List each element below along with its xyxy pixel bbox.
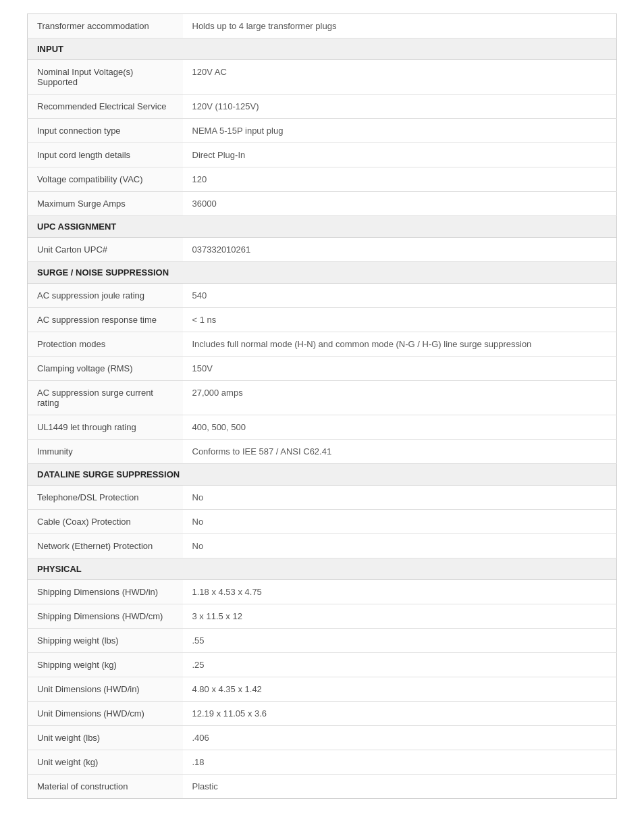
row-value: 1.18 x 4.53 x 4.75 — [183, 580, 617, 604]
row-label: Input cord length details — [28, 143, 183, 167]
row-value: Plastic — [183, 775, 617, 799]
table-row: Input cord length detailsDirect Plug-In — [28, 143, 617, 167]
row-label: AC suppression response time — [28, 308, 183, 332]
row-label: Unit Dimensions (HWD/cm) — [28, 702, 183, 726]
row-label: AC suppression joule rating — [28, 284, 183, 308]
row-label: Maximum Surge Amps — [28, 192, 183, 216]
row-label: AC suppression surge current rating — [28, 381, 183, 415]
section-header-label: UPC ASSIGNMENT — [28, 216, 617, 238]
row-label: Unit weight (kg) — [28, 750, 183, 775]
table-row: Voltage compatibility (VAC)120 — [28, 167, 617, 192]
table-row: Network (Ethernet) ProtectionNo — [28, 534, 617, 558]
row-value: 120V AC — [183, 60, 617, 95]
row-value: No — [183, 534, 617, 558]
row-label: Unit Carton UPC# — [28, 238, 183, 262]
section-header: UPC ASSIGNMENT — [28, 216, 617, 238]
row-label: Recommended Electrical Service — [28, 95, 183, 119]
section-header-label: INPUT — [28, 38, 617, 60]
table-row: AC suppression response time< 1 ns — [28, 308, 617, 332]
table-row: Clamping voltage (RMS)150V — [28, 357, 617, 381]
row-label: Material of construction — [28, 775, 183, 799]
row-label: Protection modes — [28, 332, 183, 357]
table-row: Protection modesIncludes full normal mod… — [28, 332, 617, 357]
table-row: Unit Dimensions (HWD/in)4.80 x 4.35 x 1.… — [28, 677, 617, 702]
row-value: 120V (110-125V) — [183, 95, 617, 119]
table-row: Unit Dimensions (HWD/cm)12.19 x 11.05 x … — [28, 702, 617, 726]
table-row: Unit weight (lbs).406 — [28, 726, 617, 750]
row-value: 150V — [183, 357, 617, 381]
row-value: No — [183, 486, 617, 510]
table-row: Telephone/DSL ProtectionNo — [28, 486, 617, 510]
row-label: Voltage compatibility (VAC) — [28, 167, 183, 192]
table-row: Nominal Input Voltage(s) Supported120V A… — [28, 60, 617, 95]
row-label: Telephone/DSL Protection — [28, 486, 183, 510]
row-value: Includes full normal mode (H-N) and comm… — [183, 332, 617, 357]
section-header-label: PHYSICAL — [28, 558, 617, 580]
row-value: 12.19 x 11.05 x 3.6 — [183, 702, 617, 726]
table-row: Unit weight (kg).18 — [28, 750, 617, 775]
row-label: Shipping weight (lbs) — [28, 629, 183, 653]
row-label: Network (Ethernet) Protection — [28, 534, 183, 558]
table-row: ImmunityConforms to IEE 587 / ANSI C62.4… — [28, 440, 617, 464]
row-value: 3 x 11.5 x 12 — [183, 604, 617, 629]
row-value: < 1 ns — [183, 308, 617, 332]
row-value: 27,000 amps — [183, 381, 617, 415]
row-label: Input connection type — [28, 119, 183, 143]
row-value: 36000 — [183, 192, 617, 216]
row-value: 037332010261 — [183, 238, 617, 262]
row-value: .55 — [183, 629, 617, 653]
section-header-label: SURGE / NOISE SUPPRESSION — [28, 262, 617, 284]
section-header: PHYSICAL — [28, 558, 617, 580]
row-label: Cable (Coax) Protection — [28, 510, 183, 534]
table-row: Shipping Dimensions (HWD/in)1.18 x 4.53 … — [28, 580, 617, 604]
row-value: .18 — [183, 750, 617, 775]
row-label: Shipping Dimensions (HWD/cm) — [28, 604, 183, 629]
table-row: Cable (Coax) ProtectionNo — [28, 510, 617, 534]
row-value: Holds up to 4 large transformer plugs — [183, 14, 617, 38]
section-header: DATALINE SURGE SUPPRESSION — [28, 464, 617, 486]
row-value: 120 — [183, 167, 617, 192]
table-row: Recommended Electrical Service120V (110-… — [28, 95, 617, 119]
row-value: Direct Plug-In — [183, 143, 617, 167]
row-value: Conforms to IEE 587 / ANSI C62.41 — [183, 440, 617, 464]
section-header: SURGE / NOISE SUPPRESSION — [28, 262, 617, 284]
row-value: NEMA 5-15P input plug — [183, 119, 617, 143]
row-value: 540 — [183, 284, 617, 308]
spec-table: Transformer accommodationHolds up to 4 l… — [27, 14, 617, 799]
table-row: Input connection typeNEMA 5-15P input pl… — [28, 119, 617, 143]
table-row: Maximum Surge Amps36000 — [28, 192, 617, 216]
table-row: UL1449 let through rating400, 500, 500 — [28, 415, 617, 440]
table-row: Shipping weight (lbs).55 — [28, 629, 617, 653]
row-label: Shipping weight (kg) — [28, 653, 183, 677]
row-value: 4.80 x 4.35 x 1.42 — [183, 677, 617, 702]
table-row: Material of constructionPlastic — [28, 775, 617, 799]
table-row: AC suppression joule rating540 — [28, 284, 617, 308]
section-header: INPUT — [28, 38, 617, 60]
table-row: Shipping weight (kg).25 — [28, 653, 617, 677]
row-label: Unit Dimensions (HWD/in) — [28, 677, 183, 702]
section-header-label: DATALINE SURGE SUPPRESSION — [28, 464, 617, 486]
row-label: Clamping voltage (RMS) — [28, 357, 183, 381]
row-label: Transformer accommodation — [28, 14, 183, 38]
row-label: Nominal Input Voltage(s) Supported — [28, 60, 183, 95]
row-label: Unit weight (lbs) — [28, 726, 183, 750]
row-label: Shipping Dimensions (HWD/in) — [28, 580, 183, 604]
row-value: .406 — [183, 726, 617, 750]
row-value: 400, 500, 500 — [183, 415, 617, 440]
table-row: Unit Carton UPC#037332010261 — [28, 238, 617, 262]
row-value: No — [183, 510, 617, 534]
row-value: .25 — [183, 653, 617, 677]
table-row: AC suppression surge current rating27,00… — [28, 381, 617, 415]
table-row: Shipping Dimensions (HWD/cm)3 x 11.5 x 1… — [28, 604, 617, 629]
table-row: Transformer accommodationHolds up to 4 l… — [28, 14, 617, 38]
row-label: UL1449 let through rating — [28, 415, 183, 440]
row-label: Immunity — [28, 440, 183, 464]
